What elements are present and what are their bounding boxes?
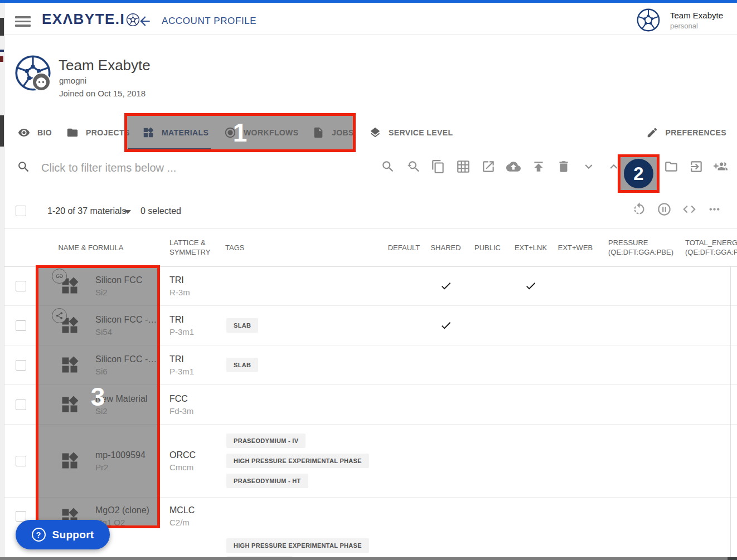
browser-top-strip [0, 0, 737, 3]
tab-bio[interactable]: BIO [18, 114, 52, 150]
tab-label: BIO [37, 128, 52, 137]
profile-joined-date: Joined on Oct 15, 2018 [59, 89, 146, 98]
search-again-icon[interactable] [406, 159, 420, 174]
tab-projects[interactable]: PROJECTS [66, 114, 130, 150]
chevron-down-icon[interactable] [581, 159, 596, 174]
tags-cell [224, 385, 383, 424]
cloud-upload-icon[interactable] [506, 159, 521, 174]
user-avatar-ball-icon [636, 8, 661, 32]
row-checkbox[interactable] [16, 320, 26, 331]
check-icon [440, 319, 452, 332]
col-header-ext-web[interactable]: EXT+WEB [553, 228, 598, 266]
col-header-total-energy[interactable]: TOTAL_ENERGY (QE:DFT:GGA:PBE) [676, 228, 737, 266]
support-button[interactable]: ? Support [16, 520, 110, 549]
code-icon[interactable] [682, 202, 697, 217]
tags-cell: SLAB [224, 306, 383, 345]
cell-default [383, 266, 425, 305]
page-title: ACCOUNT PROFILE [162, 16, 256, 27]
cell-default [383, 498, 425, 535]
lattice-type: ORCC [169, 450, 196, 460]
table-row-partial[interactable]: HIGH PRESSURE EXPERIMENTAL PHASE [4, 532, 737, 560]
filter-input[interactable] [40, 158, 343, 178]
cell-public [467, 498, 508, 535]
search-icon [17, 160, 31, 174]
cell-shared [425, 266, 467, 305]
copy-icon[interactable] [431, 159, 445, 174]
cell-shared [425, 345, 467, 384]
annotation-badge-circle: 2 [624, 159, 653, 188]
cell-pressure [598, 266, 676, 305]
row-checkbox[interactable] [16, 400, 26, 410]
cell-total-energy [676, 345, 737, 384]
row-checkbox[interactable] [16, 456, 26, 466]
lattice-type: TRI [169, 275, 184, 285]
cell-ext-web [553, 266, 598, 305]
trash-icon[interactable] [556, 159, 571, 174]
cell-public [467, 266, 508, 305]
tab-label: SERVICE LEVEL [389, 128, 453, 137]
cell-ext-web [553, 345, 598, 384]
cell-default [383, 385, 425, 424]
more-icon[interactable] [707, 202, 722, 217]
cell-total-energy [676, 425, 737, 497]
grid-icon[interactable] [456, 159, 471, 174]
open-in-new-icon[interactable] [481, 159, 496, 174]
exabyte-logo[interactable]: EXΛBYTE.I [42, 11, 140, 28]
user-menu[interactable]: Team Exabyte personal [636, 8, 723, 32]
cell-pressure [598, 385, 676, 424]
tab-service-level[interactable]: SERVICE LEVEL [369, 114, 453, 150]
row-checkbox[interactable] [16, 360, 26, 371]
tab-label: PREFERENCES [666, 128, 726, 137]
upload-icon[interactable] [531, 159, 546, 174]
col-header-lattice-symmetry[interactable]: LATTICE & SYMMETRY [168, 228, 224, 266]
row-checkbox[interactable] [16, 511, 26, 522]
cell-public [467, 345, 508, 384]
col-header-ext-lnk[interactable]: EXT+LNK [508, 228, 553, 266]
cell-public [467, 385, 508, 424]
user-account-type: personal [670, 21, 723, 31]
profile-name: Team Exabyte [59, 57, 151, 74]
profile-tabs: BIO PROJECTS MATERIALS WORKFLOWS JOBS SE… [4, 114, 737, 151]
cell-ext-lnk [508, 306, 553, 345]
cell-public [467, 306, 508, 345]
col-header-name-formula[interactable]: NAME & FORMULA [40, 228, 168, 266]
cell-ext-web [553, 306, 598, 345]
tags-cell [224, 498, 383, 535]
annotation-box-1: 1 [124, 113, 356, 152]
add-group-icon[interactable] [714, 159, 728, 174]
cell-ext-web [553, 425, 598, 497]
cell-ext-web [553, 385, 598, 424]
account-profile-screen: EXΛBYTE.I ACCOUNT PROFILE Team Exabyte p… [0, 0, 737, 560]
menu-icon[interactable] [15, 16, 31, 27]
col-header-public[interactable]: PUBLIC [467, 228, 508, 266]
cell-total-energy [676, 385, 737, 424]
annotation-box-3: 3 [36, 265, 160, 528]
table-header: NAME & FORMULA LATTICE & SYMMETRY TAGS D… [4, 228, 737, 267]
cell-total-energy [676, 266, 737, 305]
row-checkbox[interactable] [16, 281, 26, 291]
cell-ext-lnk [508, 266, 553, 305]
import-icon[interactable] [689, 159, 704, 174]
cell-shared [425, 385, 467, 424]
lattice-group: Cmcm [169, 462, 193, 472]
tags-cell: PRASEODYMIUM - IVHIGH PRESSURE EXPERIMEN… [224, 425, 383, 497]
undo-refresh-icon[interactable] [632, 202, 647, 217]
pagination-count[interactable]: 1-20 of 37 materials [47, 206, 126, 216]
cell-ext-lnk [508, 345, 553, 384]
user-name: Team Exabyte [670, 10, 723, 21]
pause-icon[interactable] [657, 202, 672, 217]
col-header-pressure[interactable]: PRESSURE (QE:DFT:GGA:PBE) [598, 228, 676, 266]
back-arrow-icon[interactable] [138, 14, 152, 28]
app-bar: EXΛBYTE.I ACCOUNT PROFILE Team Exabyte p… [4, 3, 737, 35]
tag-chip: SLAB [226, 358, 258, 372]
col-header-default[interactable]: DEFAULT [383, 228, 425, 266]
page-size-caret-icon[interactable] [124, 210, 131, 214]
select-all-checkbox[interactable] [16, 206, 26, 216]
new-folder-icon[interactable] [664, 159, 678, 174]
col-header-tags[interactable]: TAGS [224, 228, 383, 266]
lattice-type: TRI [169, 354, 184, 364]
search-icon[interactable] [381, 159, 395, 174]
tab-preferences[interactable]: PREFERENCES [646, 114, 726, 150]
col-header-shared[interactable]: SHARED [425, 228, 467, 266]
tags-cell [224, 266, 383, 305]
